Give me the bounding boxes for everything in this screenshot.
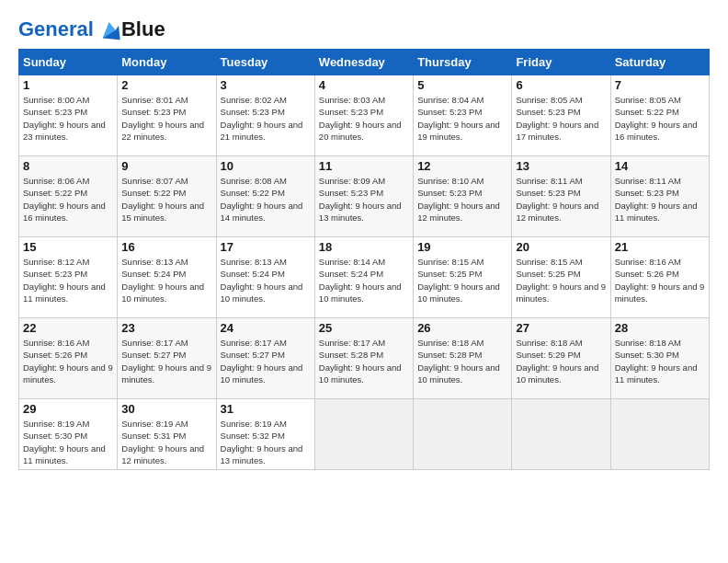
day-number: 5: [417, 78, 507, 92]
day-info: Sunrise: 8:13 AMSunset: 5:24 PMDaylight:…: [121, 256, 211, 304]
calendar-cell: 21Sunrise: 8:16 AMSunset: 5:26 PMDayligh…: [610, 237, 709, 318]
calendar-cell: [314, 399, 413, 470]
day-info: Sunrise: 8:01 AMSunset: 5:23 PMDaylight:…: [121, 94, 211, 143]
calendar-cell: [414, 399, 512, 470]
calendar-week-row: 29Sunrise: 8:19 AMSunset: 5:30 PMDayligh…: [19, 399, 710, 470]
calendar-week-row: 22Sunrise: 8:16 AMSunset: 5:26 PMDayligh…: [19, 318, 710, 399]
day-info: Sunrise: 8:06 AMSunset: 5:22 PMDaylight:…: [23, 175, 113, 224]
calendar-cell: 1Sunrise: 8:00 AMSunset: 5:23 PMDaylight…: [19, 75, 118, 156]
calendar-cell: 31Sunrise: 8:19 AMSunset: 5:32 PMDayligh…: [216, 399, 314, 470]
day-info: Sunrise: 8:13 AMSunset: 5:24 PMDaylight:…: [221, 256, 311, 304]
calendar-week-row: 15Sunrise: 8:12 AMSunset: 5:23 PMDayligh…: [19, 237, 710, 318]
calendar-cell: 28Sunrise: 8:18 AMSunset: 5:30 PMDayligh…: [610, 318, 709, 399]
day-number: 3: [221, 78, 311, 92]
day-number: 28: [615, 321, 705, 335]
calendar-cell: 30Sunrise: 8:19 AMSunset: 5:31 PMDayligh…: [118, 399, 216, 470]
col-header-sunday: Sunday: [19, 50, 118, 75]
day-number: 31: [221, 402, 311, 416]
day-info: Sunrise: 8:15 AMSunset: 5:25 PMDaylight:…: [516, 256, 606, 304]
day-info: Sunrise: 8:11 AMSunset: 5:23 PMDaylight:…: [516, 175, 606, 224]
day-info: Sunrise: 8:08 AMSunset: 5:22 PMDaylight:…: [221, 175, 311, 224]
calendar-cell: 13Sunrise: 8:11 AMSunset: 5:23 PMDayligh…: [512, 156, 610, 237]
day-number: 12: [417, 159, 507, 173]
calendar-cell: 3Sunrise: 8:02 AMSunset: 5:23 PMDaylight…: [216, 75, 314, 156]
calendar-cell: 24Sunrise: 8:17 AMSunset: 5:27 PMDayligh…: [216, 318, 314, 399]
calendar-week-row: 8Sunrise: 8:06 AMSunset: 5:22 PMDaylight…: [19, 156, 710, 237]
calendar-cell: 17Sunrise: 8:13 AMSunset: 5:24 PMDayligh…: [216, 237, 314, 318]
day-number: 19: [417, 240, 507, 254]
calendar-cell: 7Sunrise: 8:05 AMSunset: 5:22 PMDaylight…: [610, 75, 709, 156]
logo-text: GeneralBlue: [18, 18, 165, 41]
day-number: 16: [121, 240, 211, 254]
calendar-cell: 15Sunrise: 8:12 AMSunset: 5:23 PMDayligh…: [19, 237, 118, 318]
day-number: 30: [121, 402, 211, 416]
day-number: 9: [121, 159, 211, 173]
day-number: 6: [516, 78, 606, 92]
day-info: Sunrise: 8:19 AMSunset: 5:32 PMDaylight:…: [221, 418, 311, 466]
day-info: Sunrise: 8:02 AMSunset: 5:23 PMDaylight:…: [221, 94, 311, 143]
calendar-cell: 22Sunrise: 8:16 AMSunset: 5:26 PMDayligh…: [19, 318, 118, 399]
day-info: Sunrise: 8:17 AMSunset: 5:27 PMDaylight:…: [121, 337, 211, 385]
calendar-cell: 8Sunrise: 8:06 AMSunset: 5:22 PMDaylight…: [19, 156, 118, 237]
day-number: 1: [23, 78, 113, 92]
day-info: Sunrise: 8:05 AMSunset: 5:23 PMDaylight:…: [516, 94, 606, 143]
day-info: Sunrise: 8:16 AMSunset: 5:26 PMDaylight:…: [23, 337, 113, 385]
calendar-cell: 18Sunrise: 8:14 AMSunset: 5:24 PMDayligh…: [314, 237, 413, 318]
calendar-cell: 6Sunrise: 8:05 AMSunset: 5:23 PMDaylight…: [512, 75, 610, 156]
day-info: Sunrise: 8:19 AMSunset: 5:30 PMDaylight:…: [23, 418, 113, 466]
day-info: Sunrise: 8:18 AMSunset: 5:29 PMDaylight:…: [516, 337, 606, 385]
day-number: 23: [121, 321, 211, 335]
calendar-cell: 27Sunrise: 8:18 AMSunset: 5:29 PMDayligh…: [512, 318, 610, 399]
day-info: Sunrise: 8:17 AMSunset: 5:28 PMDaylight:…: [319, 337, 409, 385]
calendar-cell: 19Sunrise: 8:15 AMSunset: 5:25 PMDayligh…: [414, 237, 512, 318]
calendar-cell: 10Sunrise: 8:08 AMSunset: 5:22 PMDayligh…: [216, 156, 314, 237]
day-number: 27: [516, 321, 606, 335]
calendar-cell: 12Sunrise: 8:10 AMSunset: 5:23 PMDayligh…: [414, 156, 512, 237]
day-number: 4: [319, 78, 409, 92]
calendar-cell: 16Sunrise: 8:13 AMSunset: 5:24 PMDayligh…: [118, 237, 216, 318]
calendar-cell: 20Sunrise: 8:15 AMSunset: 5:25 PMDayligh…: [512, 237, 610, 318]
calendar-cell: 4Sunrise: 8:03 AMSunset: 5:23 PMDaylight…: [314, 75, 413, 156]
day-info: Sunrise: 8:11 AMSunset: 5:23 PMDaylight:…: [615, 175, 705, 224]
day-info: Sunrise: 8:12 AMSunset: 5:23 PMDaylight:…: [23, 256, 113, 304]
calendar-cell: 5Sunrise: 8:04 AMSunset: 5:23 PMDaylight…: [414, 75, 512, 156]
day-number: 13: [516, 159, 606, 173]
day-info: Sunrise: 8:00 AMSunset: 5:23 PMDaylight:…: [23, 94, 113, 143]
day-number: 15: [23, 240, 113, 254]
day-number: 18: [319, 240, 409, 254]
day-number: 22: [23, 321, 113, 335]
day-info: Sunrise: 8:14 AMSunset: 5:24 PMDaylight:…: [319, 256, 409, 304]
day-number: 24: [221, 321, 311, 335]
day-number: 26: [417, 321, 507, 335]
calendar-cell: [512, 399, 610, 470]
calendar-cell: 14Sunrise: 8:11 AMSunset: 5:23 PMDayligh…: [610, 156, 709, 237]
day-number: 10: [221, 159, 311, 173]
day-info: Sunrise: 8:18 AMSunset: 5:28 PMDaylight:…: [417, 337, 507, 385]
logo: GeneralBlue: [18, 18, 164, 41]
day-info: Sunrise: 8:15 AMSunset: 5:25 PMDaylight:…: [417, 256, 507, 304]
day-number: 8: [23, 159, 113, 173]
day-info: Sunrise: 8:10 AMSunset: 5:23 PMDaylight:…: [417, 175, 507, 224]
day-info: Sunrise: 8:07 AMSunset: 5:22 PMDaylight:…: [121, 175, 211, 224]
col-header-saturday: Saturday: [610, 50, 709, 75]
day-number: 20: [516, 240, 606, 254]
calendar-cell: 23Sunrise: 8:17 AMSunset: 5:27 PMDayligh…: [118, 318, 216, 399]
calendar-cell: 25Sunrise: 8:17 AMSunset: 5:28 PMDayligh…: [314, 318, 413, 399]
day-number: 17: [221, 240, 311, 254]
calendar-cell: 9Sunrise: 8:07 AMSunset: 5:22 PMDaylight…: [118, 156, 216, 237]
col-header-monday: Monday: [118, 50, 216, 75]
calendar-week-row: 1Sunrise: 8:00 AMSunset: 5:23 PMDaylight…: [19, 75, 710, 156]
calendar-cell: 2Sunrise: 8:01 AMSunset: 5:23 PMDaylight…: [118, 75, 216, 156]
calendar: SundayMondayTuesdayWednesdayThursdayFrid…: [18, 49, 710, 470]
day-info: Sunrise: 8:05 AMSunset: 5:22 PMDaylight:…: [615, 94, 705, 143]
day-number: 21: [615, 240, 705, 254]
day-info: Sunrise: 8:16 AMSunset: 5:26 PMDaylight:…: [615, 256, 705, 304]
day-number: 14: [615, 159, 705, 173]
calendar-header-row: SundayMondayTuesdayWednesdayThursdayFrid…: [19, 50, 710, 75]
calendar-cell: [610, 399, 709, 470]
day-info: Sunrise: 8:18 AMSunset: 5:30 PMDaylight:…: [615, 337, 705, 385]
header: GeneralBlue: [18, 18, 710, 41]
col-header-thursday: Thursday: [414, 50, 512, 75]
page: GeneralBlue SundayMondayTuesdayWednesday…: [0, 0, 728, 479]
day-number: 7: [615, 78, 705, 92]
